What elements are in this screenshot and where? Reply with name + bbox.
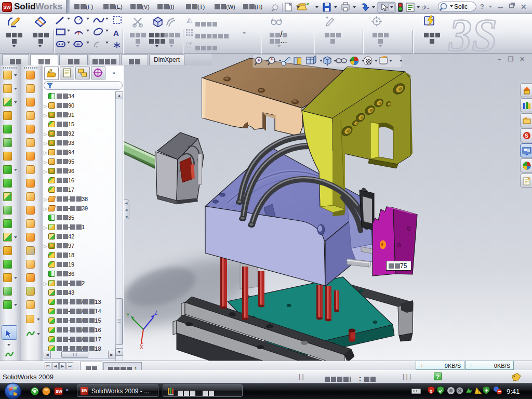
svg-text:少..: 少.. [422,5,429,10]
svg-text:X: X [140,344,143,350]
svg-text:x: x [430,389,432,394]
svg-text:S: S [525,133,528,139]
svg-text:!: ! [478,389,479,394]
svg-text:Z: Z [154,310,157,316]
svg-text:SW: SW [56,389,62,394]
svg-text:»: » [65,387,69,393]
svg-text:3S: 3S [448,14,497,54]
svg-text:Y: Y [126,312,130,318]
svg-text:A: A [113,29,119,37]
